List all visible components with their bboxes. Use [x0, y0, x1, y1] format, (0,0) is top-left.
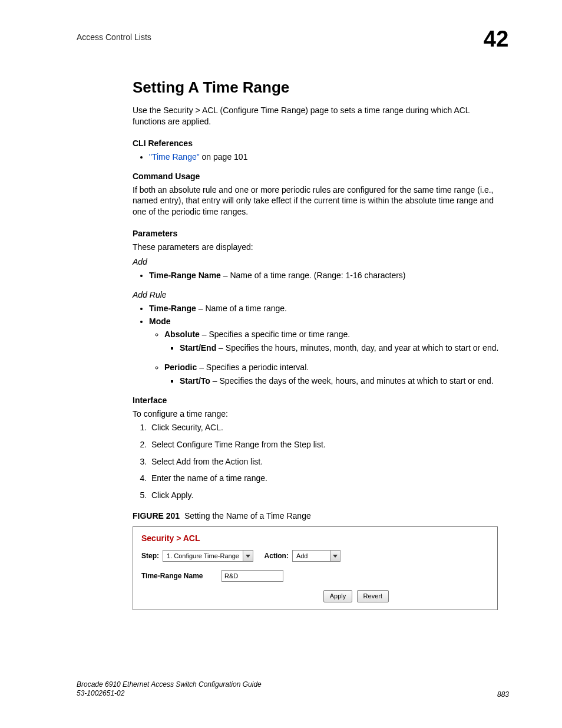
mode-absolute: Absolute – Specifies a specific time or …	[164, 329, 503, 354]
footer-page-number: 883	[497, 690, 509, 699]
mode-periodic: Periodic – Specifies a periodic interval…	[164, 362, 503, 387]
step-action-row: Step: 1. Configure Time-Range Action: Ad…	[141, 550, 489, 562]
step-dropdown[interactable]: 1. Configure Time-Range	[163, 550, 253, 562]
param-time-range-name: Time-Range Name – Name of a time range. …	[149, 270, 503, 281]
param-desc: – Name of a time range. (Range: 1-16 cha…	[221, 271, 406, 280]
param-desc: – Specifies the hours, minutes, month, d…	[216, 343, 498, 353]
absolute-startend: Start/End – Specifies the hours, minutes…	[180, 342, 503, 354]
cli-references-heading: CLI References	[133, 138, 503, 149]
parameters-add-list: Time-Range Name – Name of a time range. …	[133, 270, 503, 281]
intro-paragraph: Use the Security > ACL (Configure Time R…	[133, 105, 503, 127]
page-footer: Brocade 6910 Ethernet Access Switch Conf…	[77, 680, 509, 699]
cli-references-list: "Time Range" on page 101	[133, 151, 503, 163]
cli-link-tail: on page 101	[200, 152, 248, 162]
parameters-addrule-list: Time-Range – Name of a time range. Mode …	[133, 303, 503, 387]
step-5: Click Apply.	[149, 490, 503, 501]
absolute-sublist: Start/End – Specifies the hours, minutes…	[164, 342, 503, 354]
config-ui-panel: Security > ACL Step: 1. Configure Time-R…	[133, 526, 498, 610]
param-desc: – Specifies a periodic interval.	[197, 363, 309, 372]
content-body: Setting A Time Range Use the Security > …	[133, 77, 503, 610]
interface-heading: Interface	[133, 395, 503, 406]
figure-title: Setting the Name of a Time Range	[184, 511, 311, 521]
time-range-name-input[interactable]: R&D	[222, 570, 283, 582]
periodic-sublist: Start/To – Specifies the days of the wee…	[164, 375, 503, 387]
figure-number: FIGURE 201	[133, 511, 180, 521]
command-usage-text: If both an absolute rule and one or more…	[133, 185, 503, 218]
command-usage-heading: Command Usage	[133, 171, 503, 182]
footer-doc-number: 53-1002651-02	[77, 689, 262, 699]
step-label: Step:	[141, 551, 159, 561]
step-1: Click Security, ACL.	[149, 422, 503, 433]
param-desc: – Specifies a specific time or time rang…	[200, 330, 350, 339]
time-range-link[interactable]: "Time Range"	[149, 152, 200, 162]
action-dropdown[interactable]: Add	[292, 550, 340, 562]
step-3: Select Add from the Action list.	[149, 456, 503, 467]
param-name: Start/To	[180, 376, 210, 386]
param-desc: – Name of a time range.	[196, 304, 287, 313]
chevron-down-icon	[330, 551, 340, 561]
cli-reference-item: "Time Range" on page 101	[149, 151, 503, 163]
chevron-down-icon	[243, 551, 253, 561]
time-range-name-label: Time-Range Name	[141, 571, 218, 581]
running-head: Access Control Lists	[77, 32, 503, 42]
chapter-number: 42	[484, 27, 509, 52]
page: Access Control Lists 42 Setting A Time R…	[0, 0, 562, 728]
figure-caption: FIGURE 201 Setting the Name of a Time Ra…	[133, 510, 503, 522]
param-name: Absolute	[164, 330, 200, 339]
parameters-add-label: Add	[133, 256, 503, 268]
param-name: Periodic	[164, 363, 197, 372]
section-title: Setting A Time Range	[133, 77, 503, 98]
step-dropdown-value: 1. Configure Time-Range	[163, 551, 243, 561]
mode-sublist: Absolute – Specifies a specific time or …	[149, 329, 503, 387]
param-desc: – Specifies the days of the week, hours,…	[210, 376, 494, 386]
parameters-heading: Parameters	[133, 228, 503, 239]
param-time-range: Time-Range – Name of a time range.	[149, 303, 503, 314]
param-mode: Mode Absolute – Specifies a specific tim…	[149, 316, 503, 387]
step-2: Select Configure Time Range from the Ste…	[149, 439, 503, 450]
parameters-addrule-label: Add Rule	[133, 289, 503, 301]
param-name: Time-Range	[149, 304, 196, 313]
footer-guide-title: Brocade 6910 Ethernet Access Switch Conf…	[77, 680, 262, 690]
param-name: Start/End	[180, 343, 216, 353]
time-range-name-row: Time-Range Name R&D	[141, 570, 489, 582]
parameters-intro: These parameters are displayed:	[133, 242, 503, 253]
footer-left: Brocade 6910 Ethernet Access Switch Conf…	[77, 680, 262, 699]
interface-steps: Click Security, ACL. Select Configure Ti…	[133, 422, 503, 501]
revert-button[interactable]: Revert	[357, 590, 389, 602]
interface-intro: To configure a time range:	[133, 409, 503, 420]
periodic-startto: Start/To – Specifies the days of the wee…	[180, 375, 503, 387]
apply-button[interactable]: Apply	[323, 590, 353, 602]
action-label: Action:	[265, 551, 289, 561]
param-name: Mode	[149, 317, 171, 326]
ui-breadcrumb: Security > ACL	[141, 533, 489, 544]
action-dropdown-value: Add	[293, 551, 330, 561]
param-name: Time-Range Name	[149, 271, 221, 280]
ui-button-row: Apply Revert	[141, 590, 489, 602]
step-4: Enter the name of a time range.	[149, 473, 503, 484]
